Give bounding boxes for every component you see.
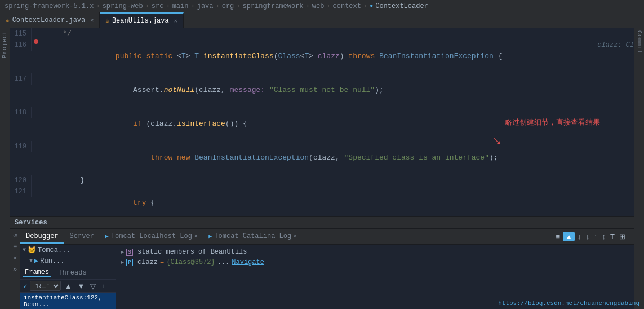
tree-item-tomcat[interactable]: ▼ 🐱 Tomca... [20, 245, 116, 255]
threads-tab[interactable]: Threads [56, 269, 88, 277]
code-line-121: 121 try { [10, 186, 634, 216]
tab-debugger[interactable]: Debugger [20, 230, 64, 244]
debug-left-panel: ▼ 🐱 Tomca... ▼ ▶ Run... [20, 245, 116, 309]
code-line-117: 117 Assert.notNull(clazz, message: "Clas… [10, 73, 634, 107]
code-editor[interactable]: 115 */ 116 public static <T> T instantia… [10, 28, 634, 216]
breakpoint-icon[interactable] [34, 39, 38, 44]
expand-icon: ▶ [121, 249, 124, 255]
line-content: Assert.notNull(clazz, message: "Class mu… [41, 73, 634, 107]
close-icon[interactable]: ✕ [90, 17, 94, 24]
list-btn[interactable]: ≡ [554, 232, 562, 241]
step-into-btn[interactable]: ↓ [584, 232, 592, 241]
var-extra: ... [217, 258, 230, 266]
commit-sidebar-label: Commit [636, 30, 642, 54]
breadcrumb-item[interactable]: src [152, 2, 164, 10]
tab-server[interactable]: Server [64, 230, 100, 244]
expand-right-icon[interactable]: » [13, 266, 17, 273]
tab-tomcat-catalina-log[interactable]: ▶ Tomcat Catalina Log ✕ [203, 230, 302, 244]
var-item-static[interactable]: ▶ S static members of BeanUtils [121, 247, 629, 257]
expand-icon: ▼ [23, 247, 26, 253]
line-content: */ [41, 28, 634, 39]
breadcrumb-item[interactable]: java [197, 2, 214, 10]
line-number: 121 [10, 186, 32, 197]
close-icon[interactable]: ✕ [194, 233, 197, 239]
run-icon: ▶ [34, 257, 38, 265]
line-number: 118 [10, 107, 32, 118]
breadcrumb-item[interactable]: main [172, 2, 189, 10]
line-content: throw new BeanInstantiationException(cla… [41, 141, 634, 175]
expand-icon: ▶ [121, 259, 124, 266]
tab-tomcat-localhost-log[interactable]: ▶ Tomcat Localhost Log ✕ [100, 230, 203, 244]
close-icon[interactable]: ✕ [174, 17, 177, 24]
expand-icon: ▼ [29, 258, 33, 264]
stack-frame-label: instantiateClass:122, Bean... [24, 294, 102, 308]
thread-select[interactable]: "R..." [30, 281, 61, 291]
main-area: Project 115 */ 116 [0, 28, 644, 309]
code-line-115: 115 */ [10, 28, 634, 39]
breadcrumb-item[interactable]: spring-web [103, 2, 143, 10]
java-icon: ☕ [6, 16, 10, 24]
breadcrumb: spring-framework-5.1.x › spring-web › sr… [0, 0, 644, 12]
services-panel: Services ↺ ≡ « » Debugger Server [10, 216, 634, 309]
step-out-btn[interactable]: ↑ [592, 232, 599, 241]
var-name: static members of BeanUtils [137, 248, 247, 256]
tree-label: Run... [40, 257, 64, 265]
code-and-services: 115 */ 116 public static <T> T instantia… [10, 28, 634, 309]
line-number: 115 [10, 28, 32, 39]
down-btn[interactable]: ▼ [76, 281, 87, 291]
project-sidebar: Project [0, 28, 10, 309]
breadcrumb-sep: › [216, 2, 220, 10]
line-hint: clazz: Cl [586, 39, 634, 51]
line-number: 117 [10, 73, 32, 85]
collapse-left-icon[interactable]: « [13, 254, 17, 262]
services-left-toolbar: ↺ ≡ « » [10, 229, 20, 309]
breadcrumb-item[interactable]: springframework [243, 2, 304, 10]
obj-icon: P [126, 259, 133, 266]
step-over-btn[interactable]: ↓ [576, 232, 583, 241]
navigate-link[interactable]: Navigate [232, 258, 264, 266]
add-btn[interactable]: + [100, 281, 108, 291]
line-content: } [41, 175, 634, 186]
code-line-120: 120 } [10, 175, 634, 186]
commit-sidebar: Commit [634, 28, 644, 309]
tab-bean-utils[interactable]: ☕ BeanUtils.java ✕ [100, 12, 183, 28]
close-icon[interactable]: ✕ [294, 233, 296, 239]
stack-frame-list: instantiateClass:122, Bean... [20, 293, 116, 309]
stack-frame-item[interactable]: instantiateClass:122, Bean... [20, 293, 116, 309]
evaluate-btn[interactable]: T [609, 232, 616, 241]
code-line-119: 119 throw new BeanInstantiationException… [10, 141, 634, 175]
tab-context-loader[interactable]: ☕ ContextLoader.java ✕ [0, 12, 100, 28]
frames-tab[interactable]: Frames [23, 268, 51, 277]
run-to-cursor-btn[interactable]: ↕ [601, 232, 608, 241]
var-item-clazz[interactable]: ▶ P clazz = {Class@3572} ... Navigate [121, 257, 629, 267]
static-icon: S [126, 249, 133, 256]
breadcrumb-item[interactable]: context [333, 2, 361, 10]
debug-content: ▼ 🐱 Tomca... ▼ ▶ Run... [20, 245, 634, 309]
filter-btn[interactable]: ▽ [88, 281, 97, 291]
refresh-icon[interactable]: ↺ [13, 231, 17, 240]
tab-label: ContextLoader.java [12, 16, 86, 24]
breadcrumb-last: ContextLoader [375, 2, 428, 10]
grid-btn[interactable]: ⊞ [618, 232, 627, 241]
list-icon[interactable]: ≡ [13, 243, 17, 251]
breadcrumb-item[interactable]: org [222, 2, 234, 10]
tree-item-run[interactable]: ▼ ▶ Run... [27, 255, 116, 266]
tab-icon: ▶ [105, 233, 109, 240]
code-line-116: 116 public static <T> T instantiateClass… [10, 39, 634, 73]
line-content: try { [41, 186, 634, 216]
frames-threads-header: Frames Threads [20, 266, 116, 280]
line-number: 120 [10, 175, 32, 186]
breadcrumb-sep: › [96, 2, 100, 10]
tomcat-icon: 🐱 [28, 246, 36, 254]
resume-btn[interactable]: ▲ [563, 232, 575, 241]
services-tabs-row: Debugger Server ▶ Tomcat Localhost Log ✕… [20, 229, 634, 245]
editor-tabs: ☕ ContextLoader.java ✕ ☕ BeanUtils.java … [0, 12, 644, 28]
breadcrumb-item[interactable]: spring-framework-5.1.x [5, 2, 94, 10]
bottom-url: https://blog.csdn.net/chuanchengdabing [498, 300, 639, 307]
breadcrumb-item[interactable]: web [312, 2, 325, 10]
toolbar-group: ≡ ▲ ↓ ↓ ↑ ↕ T ⊞ [551, 229, 630, 245]
tree-label: Tomca... [38, 246, 70, 254]
var-val: {Class@3572} [166, 258, 215, 266]
java-icon: ☕ [105, 17, 109, 24]
up-btn[interactable]: ▲ [63, 281, 74, 291]
